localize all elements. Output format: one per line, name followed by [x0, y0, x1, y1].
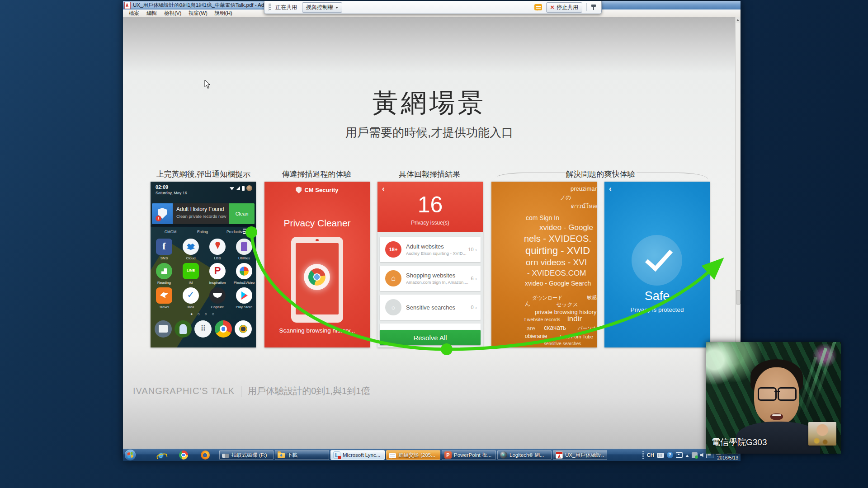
result-card-searches: ○ Sensitive searches 0 › [380, 295, 481, 320]
card-detail: Amazon.com Sign In, Amazon.... [406, 280, 471, 285]
adult-18plus-icon: 18+ [385, 241, 401, 258]
window-title: UX_用戶体驗設計的0到1與1到1億_中華電信Talk.pdf - Adobe [133, 2, 273, 9]
phone-screenshot-results: ‹ 16 Privacy issue(s) 18+ Adult websites… [377, 182, 483, 347]
chat-bubble-icon [389, 453, 396, 458]
folder-label: Productivity [226, 230, 246, 234]
alert-badge-icon: ! [156, 216, 161, 221]
slide-subtitle: 用戶需要的時候,才提供功能入口 [123, 125, 736, 141]
internet-explorer-icon[interactable]: e [156, 450, 165, 460]
keyboard-icon[interactable] [657, 453, 664, 458]
step-label-1: 上完黃網後,彈出通知欄提示 [156, 169, 251, 179]
menu-view[interactable]: 檢視(V) [161, 9, 184, 17]
history-word: indir [567, 314, 582, 324]
scrollbar-thumb[interactable] [736, 290, 741, 305]
history-word: ดาวน์โหลด [571, 202, 597, 211]
back-chevron-icon: ‹ [609, 184, 612, 193]
pdf-slide: 黃網場景 用戶需要的時候,才提供功能入口 上完黃網後,彈出通知欄提示 傳達掃描過… [123, 17, 736, 449]
taskbar-button-group-chat[interactable]: 群組交談 (205... [386, 450, 440, 460]
safely-remove-hardware-icon[interactable] [692, 452, 698, 458]
instant-message-icon[interactable] [534, 4, 542, 10]
firefox-icon[interactable] [201, 450, 210, 460]
taskbar-button-downloads[interactable]: 下載 [275, 450, 329, 460]
chevron-right-icon: › [475, 246, 477, 253]
history-word: скачать [544, 324, 566, 331]
android-date: Saturday, May 16 [156, 191, 187, 195]
taskbar-button-powerpoint[interactable]: P PowerPoint 投... [442, 450, 496, 460]
dropbox-app-icon [183, 239, 199, 255]
folder-label: Eating [197, 230, 208, 234]
app-label: LBS [214, 256, 221, 260]
start-button[interactable] [125, 450, 136, 460]
folder-label: CMCM [165, 230, 176, 234]
menu-edit[interactable]: 編輯 [143, 9, 160, 17]
webcam-label: 電信學院G303 [712, 436, 767, 448]
android-dock [151, 317, 256, 341]
taskbar-button-lync[interactable]: L Microsoft Lync... [330, 450, 385, 460]
give-control-button[interactable]: 授與控制權 [302, 2, 342, 13]
card-name: Shopping websites [406, 272, 471, 279]
menu-help[interactable]: 說明(H) [212, 9, 236, 17]
safe-status: Safe [604, 289, 710, 303]
history-word: セックス [556, 301, 578, 309]
glasses [758, 387, 797, 399]
stop-x-icon: × [550, 5, 554, 9]
app-label: IM [189, 281, 193, 285]
notification-title: Adult History Found [176, 206, 226, 212]
history-word: private browsing history [535, 309, 597, 315]
app-label: Travel [159, 305, 169, 309]
scanning-status: Scanning browsing history... [264, 327, 370, 334]
cm-security-app-name: CM Security [304, 187, 338, 193]
app-label: Reading [157, 281, 171, 285]
app-label: SNS [160, 256, 168, 260]
pin-icon[interactable] [591, 4, 596, 11]
avatar-icon [246, 185, 252, 191]
sharing-toolbar: 正在共用 授與控制權 × 停止共用 [264, 1, 602, 14]
notification-card: ! Adult History Found Clean private reco… [152, 203, 255, 224]
display-icon[interactable] [676, 452, 683, 458]
history-word: are [527, 325, 535, 332]
chrome-icon[interactable] [179, 450, 188, 460]
footer-brand: IVANGRAPHIC'S TALK [133, 386, 235, 396]
checkmark-icon [645, 243, 673, 272]
language-indicator[interactable]: CH [647, 452, 654, 458]
wifi-icon [230, 186, 234, 190]
utilities-app-icon [236, 239, 252, 255]
volume-icon[interactable] [700, 453, 703, 457]
history-word: t website records [524, 317, 560, 322]
facebook-app-icon: f [156, 239, 172, 255]
chevron-right-icon: › [475, 275, 477, 282]
pinterest-app-icon: P [209, 263, 226, 279]
history-word: xvideo - Google Search [525, 280, 591, 287]
menu-file[interactable]: 檔案 [126, 9, 142, 17]
battery-icon [242, 186, 245, 191]
download-folder-icon [278, 453, 285, 458]
shopping-icon: ⌂ [385, 270, 401, 286]
phone-screenshot-history: preuziman ノの ดาวน์โหลด com Sign In xvide… [491, 182, 597, 347]
tray-expand-icon[interactable] [685, 453, 689, 457]
help-icon[interactable]: ? [667, 452, 673, 458]
toolbar-grip[interactable] [269, 4, 271, 11]
history-word: ノの [560, 194, 571, 202]
android-clock: 02:09 [156, 184, 168, 190]
app-label: Photo&Video [234, 281, 255, 285]
taskbar-button-pdf[interactable]: UX_用戶体驗設... [553, 450, 607, 460]
mouth [770, 413, 783, 420]
safe-circle [632, 235, 682, 286]
travel-app-icon [156, 287, 172, 304]
taskbar-button-logitech[interactable]: Logitech® 網... [497, 450, 552, 460]
line-app-icon [183, 263, 199, 279]
chevron-down-icon [335, 7, 338, 10]
menu-window[interactable]: 視窗(W) [185, 9, 211, 17]
play-store-app-icon [236, 287, 252, 304]
stop-sharing-button[interactable]: × 停止共用 [546, 2, 582, 13]
taskbar-button-usb-drive[interactable]: 抽取式磁碟 (F:) [219, 450, 274, 460]
history-word: sensitive searches [544, 341, 581, 346]
chrome-app-icon [215, 320, 232, 338]
chrome-logo-icon [304, 264, 330, 290]
picture-in-picture [808, 422, 836, 446]
slide-footer: IVANGRAPHIC'S TALK 用戶体驗設計的0到1,與1到1億 [133, 385, 370, 397]
history-word: obieranie [525, 333, 547, 339]
scroll-up-arrow[interactable] [736, 17, 741, 23]
history-word: nels - XVIDEOS. [524, 234, 591, 244]
app-drawer-icon [194, 320, 212, 338]
